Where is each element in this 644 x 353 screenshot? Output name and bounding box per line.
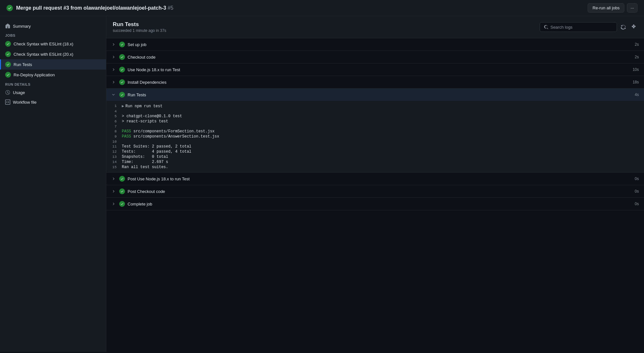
step-row-nodejs[interactable]: Use Node.js 18.x to run Test 10s	[106, 63, 644, 76]
chevron-icon	[111, 80, 117, 84]
line-content: ▶Run npm run test	[122, 104, 162, 109]
step-duration: 0s	[635, 189, 639, 194]
step-runtests: Run Tests 4s 1▶Run npm run test45> chatg…	[106, 89, 644, 173]
step-row-postcheckout[interactable]: Post Checkout code 0s	[106, 185, 644, 198]
sidebar-job-label: Check Syntax with ESLint (18.x)	[14, 42, 73, 46]
steps-container: Set up job 2s Checkout code 2s Use Node.…	[106, 38, 644, 210]
sidebar-item-usage[interactable]: Usage	[0, 88, 106, 97]
step-name: Checkout code	[128, 55, 632, 60]
job-status-icon	[5, 41, 11, 47]
step-checkout: Checkout code 2s	[106, 51, 644, 63]
step-row-install[interactable]: Install Dependencies 18s	[106, 76, 644, 89]
step-status-icon	[119, 67, 125, 72]
search-box[interactable]	[540, 22, 617, 32]
step-complete: Complete job 0s	[106, 198, 644, 210]
sidebar-job-label: Run Tests	[14, 62, 32, 67]
run-details-section-label: Run details	[0, 80, 106, 88]
line-number: 7	[106, 124, 122, 129]
line-content: PASS src/components/FormSection.test.jsx	[122, 129, 215, 134]
step-row-complete[interactable]: Complete job 0s	[106, 198, 644, 210]
sidebar-item-job3[interactable]: Run Tests	[0, 59, 106, 70]
rerun-button[interactable]: Re-run all jobs	[588, 3, 624, 13]
step-row-setup[interactable]: Set up job 2s	[106, 38, 644, 51]
step-name: Use Node.js 18.x to run Test	[128, 67, 630, 72]
more-button[interactable]: ···	[627, 3, 638, 13]
line-content: > react-scripts test	[122, 119, 168, 124]
sidebar-summary-label: Summary	[13, 24, 31, 29]
step-status-icon	[119, 54, 125, 60]
settings-button[interactable]	[630, 23, 638, 31]
log-line: 12Tests: 4 passed, 4 total	[106, 149, 644, 154]
line-number: 6	[106, 119, 122, 123]
chevron-icon	[111, 43, 117, 46]
job-header: Run Tests succeeded 1 minute ago in 37s	[106, 16, 644, 38]
step-duration: 0s	[635, 202, 639, 206]
run-detail-label: Workflow file	[13, 100, 36, 105]
code-icon	[5, 100, 10, 105]
sidebar-item-job4[interactable]: Re-Deploy Application	[0, 70, 106, 80]
step-status-icon	[119, 79, 125, 85]
log-line: 15Ran all test suites.	[106, 165, 644, 170]
chevron-icon	[111, 68, 117, 72]
run-detail-label: Usage	[13, 90, 25, 95]
chevron-icon	[111, 202, 117, 206]
step-name: Post Checkout code	[128, 189, 632, 194]
sidebar-item-job1[interactable]: Check Syntax with ESLint (18.x)	[0, 39, 106, 49]
job-status-icon	[5, 51, 11, 57]
line-number: 10	[106, 139, 122, 144]
step-nodejs: Use Node.js 18.x to run Test 10s	[106, 63, 644, 76]
job-title: Run Tests	[113, 21, 166, 28]
step-name: Post Use Node.js 18.x to run Test	[128, 176, 632, 181]
line-number: 1	[106, 104, 122, 108]
step-row-runtests[interactable]: Run Tests 4s	[106, 89, 644, 101]
step-name: Set up job	[128, 42, 632, 47]
top-bar-right: Re-run all jobs ···	[588, 3, 638, 13]
line-content: Test Suites: 2 passed, 2 total	[122, 144, 191, 149]
run-number: #5	[168, 5, 173, 11]
step-install: Install Dependencies 18s	[106, 76, 644, 89]
job-meta: succeeded 1 minute ago in 37s	[113, 28, 166, 33]
layout: Summary Jobs Check Syntax with ESLint (1…	[0, 16, 644, 352]
log-line: 11Test Suites: 2 passed, 2 total	[106, 144, 644, 149]
line-number: 5	[106, 114, 122, 118]
line-content: Tests: 4 passed, 4 total	[122, 149, 191, 154]
line-number: 12	[106, 149, 122, 154]
step-duration: 10s	[633, 67, 639, 72]
play-icon: ▶	[122, 104, 124, 109]
page-title: Merge pull request #3 from olawanlejoel/…	[16, 5, 173, 11]
step-status-icon	[119, 176, 125, 182]
step-row-postuse[interactable]: Post Use Node.js 18.x to run Test 0s	[106, 173, 644, 185]
log-line: 14Time: 2.697 s	[106, 159, 644, 165]
clock-icon	[5, 90, 10, 95]
main-content: Run Tests succeeded 1 minute ago in 37s	[106, 16, 644, 352]
line-number: 15	[106, 165, 122, 169]
sidebar-item-job2[interactable]: Check Syntax with ESLint (20.x)	[0, 49, 106, 59]
job-status-icon	[5, 62, 11, 67]
log-output-runtests: 1▶Run npm run test45> chatgpt-clone@0.1.…	[106, 101, 644, 173]
search-input[interactable]	[550, 25, 613, 30]
step-row-checkout[interactable]: Checkout code 2s	[106, 51, 644, 63]
step-duration: 4s	[635, 92, 639, 97]
step-duration: 0s	[635, 176, 639, 181]
sidebar: Summary Jobs Check Syntax with ESLint (1…	[0, 16, 106, 352]
sidebar-item-workflow[interactable]: Workflow file	[0, 97, 106, 107]
pass-badge: PASS	[122, 134, 131, 139]
line-content: PASS src/components/AnswerSection.test.j…	[122, 134, 219, 139]
log-line: 6> react-scripts test	[106, 119, 644, 124]
step-name: Complete job	[128, 202, 632, 206]
jobs-section-label: Jobs	[0, 31, 106, 39]
sidebar-jobs-list: Check Syntax with ESLint (18.x) Check Sy…	[0, 39, 106, 80]
step-status-icon	[119, 201, 125, 207]
step-status-icon	[119, 42, 125, 47]
log-line: 7	[106, 124, 644, 129]
refresh-button[interactable]	[620, 23, 627, 31]
log-line: 9PASS src/components/AnswerSection.test.…	[106, 134, 644, 139]
search-icon	[544, 24, 548, 30]
job-header-left: Run Tests succeeded 1 minute ago in 37s	[113, 21, 166, 33]
line-number: 4	[106, 109, 122, 113]
chevron-icon	[111, 189, 117, 193]
sidebar-item-summary[interactable]: Summary	[0, 21, 106, 31]
sidebar-job-label: Check Syntax with ESLint (20.x)	[14, 52, 73, 57]
log-line: 8PASS src/components/FormSection.test.js…	[106, 129, 644, 134]
line-number: 11	[106, 144, 122, 148]
